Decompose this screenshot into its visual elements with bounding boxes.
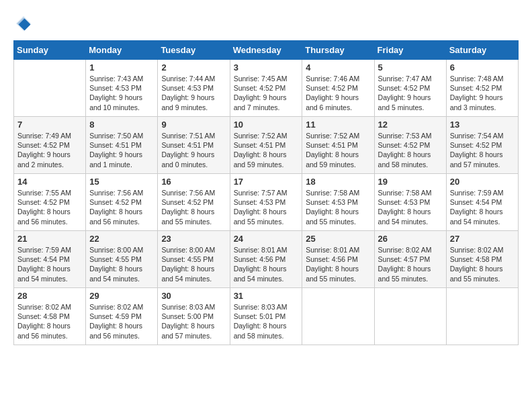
calendar-day-cell: 17Sunrise: 7:57 AM Sunset: 4:53 PM Dayli…: [230, 174, 302, 231]
calendar-day-cell: 1Sunrise: 7:43 AM Sunset: 4:53 PM Daylig…: [86, 60, 158, 117]
calendar-day-cell: 8Sunrise: 7:50 AM Sunset: 4:51 PM Daylig…: [86, 117, 158, 174]
day-info: Sunrise: 7:54 AM Sunset: 4:52 PM Dayligh…: [450, 131, 515, 169]
day-info: Sunrise: 8:02 AM Sunset: 4:59 PM Dayligh…: [89, 302, 154, 340]
calendar-day-cell: 31Sunrise: 8:03 AM Sunset: 5:01 PM Dayli…: [230, 288, 302, 345]
day-info: Sunrise: 8:01 AM Sunset: 4:56 PM Dayligh…: [306, 245, 370, 283]
calendar-day-cell: 7Sunrise: 7:49 AM Sunset: 4:52 PM Daylig…: [14, 117, 86, 174]
day-number: 23: [161, 234, 226, 244]
weekday-header: Wednesday: [230, 41, 302, 60]
day-info: Sunrise: 7:45 AM Sunset: 4:52 PM Dayligh…: [234, 74, 299, 112]
day-info: Sunrise: 7:50 AM Sunset: 4:51 PM Dayligh…: [89, 131, 154, 169]
day-number: 29: [89, 291, 154, 301]
calendar-day-cell: [446, 288, 518, 345]
day-number: 27: [450, 234, 515, 244]
calendar-day-cell: 24Sunrise: 8:01 AM Sunset: 4:56 PM Dayli…: [230, 231, 302, 288]
day-info: Sunrise: 7:56 AM Sunset: 4:52 PM Dayligh…: [89, 188, 154, 226]
day-info: Sunrise: 7:52 AM Sunset: 4:51 PM Dayligh…: [306, 131, 370, 169]
day-info: Sunrise: 7:53 AM Sunset: 4:52 PM Dayligh…: [378, 131, 443, 169]
day-number: 13: [450, 120, 515, 130]
calendar-day-cell: 23Sunrise: 8:00 AM Sunset: 4:55 PM Dayli…: [158, 231, 230, 288]
calendar-day-cell: 25Sunrise: 8:01 AM Sunset: 4:56 PM Dayli…: [302, 231, 374, 288]
day-number: 2: [161, 62, 226, 73]
calendar-week-row: 21Sunrise: 7:59 AM Sunset: 4:54 PM Dayli…: [14, 231, 519, 288]
day-info: Sunrise: 7:44 AM Sunset: 4:53 PM Dayligh…: [161, 74, 226, 112]
day-info: Sunrise: 7:57 AM Sunset: 4:53 PM Dayligh…: [234, 188, 299, 226]
day-info: Sunrise: 7:59 AM Sunset: 4:54 PM Dayligh…: [450, 188, 515, 226]
calendar-day-cell: 14Sunrise: 7:55 AM Sunset: 4:52 PM Dayli…: [14, 174, 86, 231]
calendar-day-cell: 9Sunrise: 7:51 AM Sunset: 4:51 PM Daylig…: [158, 117, 230, 174]
calendar-day-cell: 22Sunrise: 8:00 AM Sunset: 4:55 PM Dayli…: [86, 231, 158, 288]
day-number: 5: [378, 62, 443, 73]
weekday-header-row: SundayMondayTuesdayWednesdayThursdayFrid…: [14, 41, 519, 60]
day-number: 16: [161, 177, 226, 187]
calendar-day-cell: 27Sunrise: 8:02 AM Sunset: 4:58 PM Dayli…: [446, 231, 518, 288]
weekday-header: Monday: [86, 41, 158, 60]
day-info: Sunrise: 7:46 AM Sunset: 4:52 PM Dayligh…: [306, 74, 370, 112]
calendar-day-cell: 16Sunrise: 7:56 AM Sunset: 4:52 PM Dayli…: [158, 174, 230, 231]
day-info: Sunrise: 7:56 AM Sunset: 4:52 PM Dayligh…: [161, 188, 226, 226]
day-number: 25: [306, 234, 370, 244]
calendar-table: SundayMondayTuesdayWednesdayThursdayFrid…: [13, 40, 519, 345]
calendar-day-cell: 30Sunrise: 8:03 AM Sunset: 5:00 PM Dayli…: [158, 288, 230, 345]
day-info: Sunrise: 8:01 AM Sunset: 4:56 PM Dayligh…: [234, 245, 299, 283]
day-info: Sunrise: 8:02 AM Sunset: 4:58 PM Dayligh…: [17, 302, 82, 340]
day-number: 15: [89, 177, 154, 187]
day-number: 4: [306, 62, 370, 73]
header: [13, 13, 519, 34]
day-info: Sunrise: 8:03 AM Sunset: 5:01 PM Dayligh…: [234, 302, 299, 340]
day-number: 12: [378, 120, 443, 130]
day-number: 3: [234, 62, 299, 73]
calendar-week-row: 28Sunrise: 8:02 AM Sunset: 4:58 PM Dayli…: [14, 288, 519, 345]
day-number: 24: [234, 234, 299, 244]
day-number: 18: [306, 177, 370, 187]
day-number: 31: [234, 291, 299, 301]
calendar-day-cell: 3Sunrise: 7:45 AM Sunset: 4:52 PM Daylig…: [230, 60, 302, 117]
day-number: 10: [234, 120, 299, 130]
day-number: 19: [378, 177, 443, 187]
day-number: 7: [17, 120, 82, 130]
day-number: 26: [378, 234, 443, 244]
calendar-day-cell: [14, 60, 86, 117]
day-number: 30: [161, 291, 226, 301]
day-info: Sunrise: 7:48 AM Sunset: 4:52 PM Dayligh…: [450, 74, 515, 112]
calendar-day-cell: 19Sunrise: 7:58 AM Sunset: 4:53 PM Dayli…: [374, 174, 446, 231]
day-info: Sunrise: 8:03 AM Sunset: 5:00 PM Dayligh…: [161, 302, 226, 340]
calendar-day-cell: 29Sunrise: 8:02 AM Sunset: 4:59 PM Dayli…: [86, 288, 158, 345]
calendar-day-cell: 21Sunrise: 7:59 AM Sunset: 4:54 PM Dayli…: [14, 231, 86, 288]
calendar-day-cell: 5Sunrise: 7:47 AM Sunset: 4:52 PM Daylig…: [374, 60, 446, 117]
day-info: Sunrise: 8:02 AM Sunset: 4:57 PM Dayligh…: [378, 245, 443, 283]
day-number: 20: [450, 177, 515, 187]
day-number: 8: [89, 120, 154, 130]
calendar-day-cell: 28Sunrise: 8:02 AM Sunset: 4:58 PM Dayli…: [14, 288, 86, 345]
calendar-day-cell: 20Sunrise: 7:59 AM Sunset: 4:54 PM Dayli…: [446, 174, 518, 231]
day-info: Sunrise: 7:58 AM Sunset: 4:53 PM Dayligh…: [378, 188, 443, 226]
day-info: Sunrise: 7:59 AM Sunset: 4:54 PM Dayligh…: [17, 245, 82, 283]
day-info: Sunrise: 7:52 AM Sunset: 4:51 PM Dayligh…: [234, 131, 299, 169]
day-info: Sunrise: 8:02 AM Sunset: 4:58 PM Dayligh…: [450, 245, 515, 283]
day-number: 6: [450, 62, 515, 73]
calendar-day-cell: 11Sunrise: 7:52 AM Sunset: 4:51 PM Dayli…: [302, 117, 374, 174]
day-info: Sunrise: 7:51 AM Sunset: 4:51 PM Dayligh…: [161, 131, 226, 169]
calendar-day-cell: 6Sunrise: 7:48 AM Sunset: 4:52 PM Daylig…: [446, 60, 518, 117]
calendar-week-row: 14Sunrise: 7:55 AM Sunset: 4:52 PM Dayli…: [14, 174, 519, 231]
day-info: Sunrise: 8:00 AM Sunset: 4:55 PM Dayligh…: [89, 245, 154, 283]
weekday-header: Saturday: [446, 41, 518, 60]
day-info: Sunrise: 7:47 AM Sunset: 4:52 PM Dayligh…: [378, 74, 443, 112]
day-info: Sunrise: 7:58 AM Sunset: 4:53 PM Dayligh…: [306, 188, 370, 226]
day-info: Sunrise: 7:55 AM Sunset: 4:52 PM Dayligh…: [17, 188, 82, 226]
day-number: 17: [234, 177, 299, 187]
calendar-day-cell: 10Sunrise: 7:52 AM Sunset: 4:51 PM Dayli…: [230, 117, 302, 174]
weekday-header: Thursday: [302, 41, 374, 60]
calendar-day-cell: 12Sunrise: 7:53 AM Sunset: 4:52 PM Dayli…: [374, 117, 446, 174]
day-info: Sunrise: 8:00 AM Sunset: 4:55 PM Dayligh…: [161, 245, 226, 283]
day-number: 21: [17, 234, 82, 244]
calendar-day-cell: 13Sunrise: 7:54 AM Sunset: 4:52 PM Dayli…: [446, 117, 518, 174]
logo-icon: [13, 13, 34, 34]
calendar-day-cell: 18Sunrise: 7:58 AM Sunset: 4:53 PM Dayli…: [302, 174, 374, 231]
calendar-day-cell: 4Sunrise: 7:46 AM Sunset: 4:52 PM Daylig…: [302, 60, 374, 117]
weekday-header: Sunday: [14, 41, 86, 60]
day-number: 11: [306, 120, 370, 130]
day-number: 1: [89, 62, 154, 73]
calendar-day-cell: 2Sunrise: 7:44 AM Sunset: 4:53 PM Daylig…: [158, 60, 230, 117]
calendar-week-row: 7Sunrise: 7:49 AM Sunset: 4:52 PM Daylig…: [14, 117, 519, 174]
